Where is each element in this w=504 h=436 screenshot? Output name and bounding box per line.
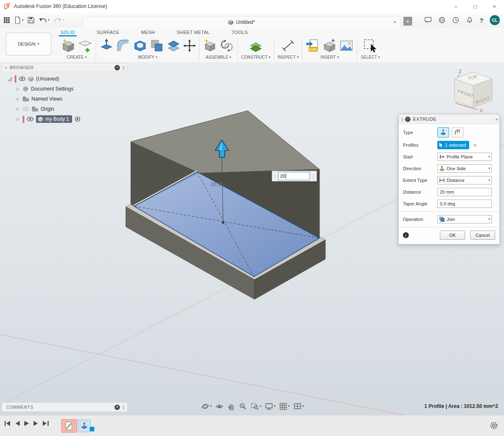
tab-surface[interactable]: SURFACE <box>95 30 121 36</box>
grid-settings[interactable]: ▾ <box>279 402 290 410</box>
new-component-icon[interactable] <box>203 39 217 53</box>
new-solid-icon[interactable] <box>61 39 75 53</box>
distance-input[interactable]: 20 <box>278 172 310 180</box>
comments-add-icon[interactable]: + <box>114 405 120 410</box>
joint-icon[interactable] <box>220 39 234 53</box>
create-menu[interactable]: CREATE ▾ <box>61 55 92 60</box>
zoom-tool[interactable] <box>239 402 247 410</box>
panel-minimize-icon[interactable]: − <box>114 65 120 70</box>
ok-button[interactable]: OK <box>440 231 465 240</box>
tab-solid[interactable]: SOLID <box>59 30 77 36</box>
fillet-icon[interactable] <box>116 39 130 53</box>
fit-tool[interactable]: ▾ <box>251 402 261 410</box>
select-menu[interactable]: SELECT ▾ <box>361 55 380 60</box>
comments-header[interactable]: COMMENTS + ∥ <box>2 402 127 412</box>
undo-button[interactable]: ▾ <box>39 17 49 23</box>
clear-selection-icon[interactable]: × <box>473 142 477 148</box>
job-status-clock-icon[interactable] <box>452 16 460 24</box>
create-sketch-icon[interactable] <box>78 39 92 53</box>
file-menu-button[interactable]: ▾ <box>14 16 23 24</box>
tree-item-named-views[interactable]: ▷ Named Views <box>2 94 127 104</box>
profiles-selected-chip[interactable]: 1 selected <box>437 141 469 149</box>
save-button[interactable] <box>28 17 34 23</box>
timeline-position-marker[interactable] <box>90 427 94 431</box>
start-dropdown[interactable]: Profile Plane ▾ <box>437 153 492 161</box>
close-button[interactable]: × <box>485 0 504 13</box>
help-icon[interactable]: ? <box>480 17 483 24</box>
expand-arrow-icon[interactable]: ▷ <box>16 87 20 91</box>
pan-tool[interactable] <box>227 402 235 410</box>
orbit-tool[interactable]: ▾ <box>201 402 212 410</box>
tree-item-document-settings[interactable]: ▷ Document Settings <box>2 84 127 94</box>
tab-sheet-metal[interactable]: SHEET METAL <box>175 30 212 36</box>
dialog-collapse-icon[interactable]: − <box>405 117 410 122</box>
step-forward-button[interactable] <box>33 420 39 426</box>
look-at-tool[interactable] <box>216 402 223 410</box>
display-settings[interactable]: ▾ <box>265 402 275 410</box>
comments-icon[interactable] <box>424 16 432 24</box>
insert-menu[interactable]: INSERT ▾ <box>306 55 353 60</box>
document-tab[interactable]: Untitled* × <box>82 16 401 28</box>
modify-menu[interactable]: MODIFY ▾ <box>99 55 196 60</box>
extrude-dialog-header[interactable]: ∥ − EXTRUDE » <box>399 114 499 124</box>
cancel-button[interactable]: Cancel <box>470 231 495 240</box>
collapse-panel-icon[interactable]: « <box>5 65 7 70</box>
expand-arrow-icon[interactable]: ▷ <box>16 117 20 121</box>
timeline-sketch-feature[interactable] <box>61 419 77 433</box>
viewports-setting[interactable]: ▾ <box>294 402 304 410</box>
tab-tools[interactable]: TOOLS <box>230 30 249 36</box>
maximize-button[interactable]: □ <box>465 0 485 13</box>
panel-grip[interactable]: ∥ <box>122 65 125 70</box>
dock-panel-icon[interactable]: » <box>495 117 497 122</box>
insert-mesh-icon[interactable] <box>322 39 337 53</box>
go-to-start-button[interactable] <box>4 420 11 426</box>
visibility-off-eye-icon[interactable] <box>23 106 29 112</box>
panel-grip[interactable]: ∥ <box>122 405 125 410</box>
globe-icon[interactable] <box>438 16 446 24</box>
notifications-bell-icon[interactable] <box>466 16 473 24</box>
step-back-button[interactable] <box>15 420 20 426</box>
tab-mesh[interactable]: MESH <box>140 30 157 36</box>
timeline-extrude-feature[interactable] <box>78 420 91 432</box>
measure-icon[interactable] <box>281 39 295 52</box>
tree-item-origin[interactable]: ▷ Origin <box>2 104 127 114</box>
construct-menu[interactable]: CONSTRUCT ▾ <box>241 55 270 60</box>
user-avatar[interactable]: CL <box>490 15 500 25</box>
press-pull-icon[interactable] <box>99 39 114 53</box>
operation-dropdown[interactable]: Join ▾ <box>437 215 492 223</box>
offset-face-icon[interactable] <box>166 39 181 53</box>
expand-arrow-icon[interactable]: ▷ <box>16 97 20 101</box>
extrude-type-thin-button[interactable] <box>452 127 463 138</box>
info-icon[interactable]: i <box>403 232 409 238</box>
tree-item-body[interactable]: ▷ my Body:1 <box>2 114 127 124</box>
app-grid-icon[interactable] <box>3 17 10 23</box>
taper-angle-input[interactable]: 0.0 deg <box>437 200 492 208</box>
inspect-menu[interactable]: INSPECT ▾ <box>278 55 299 60</box>
combine-icon[interactable] <box>150 39 164 53</box>
direction-dropdown[interactable]: One Side ▾ <box>437 164 492 173</box>
canvas-icon[interactable] <box>339 39 353 53</box>
extrude-type-solid-button[interactable] <box>437 127 449 138</box>
distance-value-input[interactable]: 20 mm <box>437 188 492 196</box>
go-to-end-button[interactable] <box>42 420 49 426</box>
timeline-settings-gear-icon[interactable] <box>490 421 498 430</box>
tree-item-document[interactable]: (Unsaved) <box>2 74 127 84</box>
drag-grip-icon[interactable]: ⋮⋮ <box>273 174 277 178</box>
shell-icon[interactable] <box>133 39 147 53</box>
play-button[interactable] <box>24 420 29 426</box>
move-copy-icon[interactable] <box>183 39 196 52</box>
construct-plane-icon[interactable] <box>248 39 263 53</box>
ground-target-icon[interactable] <box>75 116 81 122</box>
expand-arrow-icon[interactable]: ▷ <box>16 107 20 111</box>
insert-svg-icon[interactable]: SVG <box>306 39 320 53</box>
dialog-grip[interactable]: ∥ <box>401 117 403 122</box>
tab-close-button[interactable]: × <box>393 19 396 25</box>
assemble-menu[interactable]: ASSEMBLE ▾ <box>203 55 234 60</box>
visibility-eye-icon[interactable] <box>27 117 34 122</box>
select-icon[interactable] <box>363 39 377 53</box>
browser-header[interactable]: « BROWSER − ∥ <box>2 63 127 72</box>
workspace-selector[interactable]: DESIGN ▾ <box>6 33 51 55</box>
viewport-canvas[interactable]: 20.00 ⋮⋮ 20 ⋮ Z TOP FRONT RIGHT X « BROW… <box>0 62 504 415</box>
new-tab-button[interactable]: + <box>403 17 412 26</box>
extent-type-dropdown[interactable]: Distance ▾ <box>437 176 492 184</box>
